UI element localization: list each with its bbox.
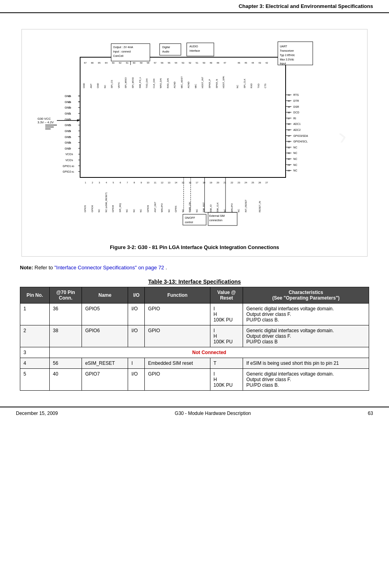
svg-text:66: 66 <box>68 95 71 97</box>
svg-text:GPRS: GPRS <box>175 206 177 212</box>
svg-text:42: 42 <box>265 62 268 64</box>
svg-text:78: 78 <box>70 153 73 156</box>
svg-text:control: control <box>185 221 193 224</box>
svg-text:48: 48 <box>217 62 219 64</box>
svg-text:56: 56 <box>161 62 163 64</box>
svg-text:ADC1: ADC1 <box>294 123 301 125</box>
svg-text:TXD: TXD <box>257 84 260 88</box>
svg-text:45: 45 <box>245 62 247 64</box>
svg-text:21: 21 <box>224 181 226 184</box>
cell-name: GPIO7 <box>82 369 128 391</box>
svg-text:UART: UART <box>280 45 287 48</box>
svg-text:70: 70 <box>68 107 71 109</box>
cell-characteristics: Generic digital interfaces voltage domai… <box>243 325 369 347</box>
svg-text:8: 8 <box>134 181 135 184</box>
svg-text:NC: NC <box>168 209 170 212</box>
svg-text:NC: NC <box>196 209 198 212</box>
svg-text:47: 47 <box>224 62 226 64</box>
svg-text:SPI_MISO: SPI_MISO <box>124 77 127 88</box>
svg-text:46: 46 <box>237 62 240 64</box>
svg-text:AGND: AGND <box>187 82 190 88</box>
svg-text:33: 33 <box>288 140 290 143</box>
svg-text:24: 24 <box>245 181 247 184</box>
svg-text:HDST_INT: HDST_INT <box>201 77 204 88</box>
svg-text:14: 14 <box>175 181 177 184</box>
figure-container: G30 VCC 3.3V – 4.2V Output : 2V 4mA Inpu… <box>21 29 368 257</box>
svg-text:GPIO9: GPIO9 <box>147 205 149 212</box>
svg-text:AGND: AGND <box>173 82 176 88</box>
svg-text:NC: NC <box>236 85 239 88</box>
cell-value: IH100K PU <box>210 304 243 325</box>
svg-text:MIC: MIC <box>194 84 197 88</box>
col-header-characteristics: Characteristics(See "Operating Parameter… <box>243 287 369 304</box>
svg-text:50: 50 <box>202 62 205 64</box>
svg-text:77: 77 <box>68 148 71 150</box>
table-row: 5 40 GPIO7 I/O GPIO IH100K PU Generic di… <box>20 369 369 391</box>
svg-text:SPI_CLK: SPI_CLK <box>243 79 246 88</box>
svg-text:CTS: CTS <box>264 84 266 88</box>
svg-text:15: 15 <box>182 181 184 184</box>
svg-text:41: 41 <box>288 94 290 96</box>
svg-text:28: 28 <box>288 169 290 172</box>
svg-text:NC: NC <box>104 85 106 88</box>
svg-text:NC: NC <box>126 209 128 212</box>
svg-text:SPI_CS: SPI_CS <box>111 80 113 88</box>
svg-text:4: 4 <box>106 181 107 184</box>
svg-text:GND: GND <box>83 83 85 88</box>
svg-text:SPKR_P: SPKR_P <box>208 79 211 88</box>
svg-text:55: 55 <box>168 62 170 64</box>
svg-text:73: 73 <box>68 124 71 127</box>
svg-text:SPI_IRQ: SPI_IRQ <box>119 203 121 212</box>
svg-text:19: 19 <box>210 181 212 184</box>
svg-text:WA0_DAI: WA0_DAI <box>159 78 162 88</box>
table-row: 2 38 GPIO6 I/O GPIO IH100K PU Generic di… <box>20 325 369 347</box>
note-link[interactable]: "Interface Connector Specifications" on … <box>54 265 166 271</box>
figure-caption: Figure 3-2: G30 - 81 Pin LGA Interface Q… <box>26 244 363 250</box>
footer-center: G30 - Module Hardware Description <box>175 411 251 416</box>
svg-text:ANT_DET: ANT_DET <box>154 202 156 212</box>
cell-value: T <box>210 358 243 369</box>
svg-text:67: 67 <box>84 62 86 64</box>
note-suffix: . <box>165 265 167 271</box>
svg-text:52: 52 <box>189 62 191 64</box>
cell-conn: 36 <box>49 304 82 325</box>
svg-text:CLK_DAI: CLK_DAI <box>153 78 155 88</box>
cell-function: GPIO <box>145 325 210 347</box>
svg-text:Digital: Digital <box>162 46 170 49</box>
svg-text:DSR: DSR <box>294 105 299 108</box>
svg-text:3: 3 <box>99 181 100 184</box>
svg-text:ADC2: ADC2 <box>294 129 301 131</box>
svg-text:Transceiver: Transceiver <box>280 49 294 52</box>
svg-text:64: 64 <box>105 62 108 64</box>
cell-pin: 3 <box>20 347 50 358</box>
svg-text:69: 69 <box>68 101 71 103</box>
svg-text:62: 62 <box>119 62 121 64</box>
page-header: Chapter 3: Electrical and Environmental … <box>0 0 389 13</box>
svg-text:16: 16 <box>189 181 191 184</box>
svg-text:VRTC: VRTC <box>118 82 120 88</box>
svg-text:20: 20 <box>217 181 220 184</box>
table-title: Table 3-13: Interface Specifications <box>20 278 369 285</box>
svg-text:7: 7 <box>126 181 128 184</box>
svg-text:connection: connection <box>209 219 222 222</box>
svg-text:60: 60 <box>133 62 136 64</box>
col-header-pin: Pin No. <box>20 287 50 304</box>
svg-text:76: 76 <box>68 142 71 144</box>
svg-text:GPIO5: GPIO5 <box>84 205 86 212</box>
svg-text:DTR: DTR <box>294 99 299 102</box>
svg-text:49: 49 <box>210 62 212 64</box>
cell-not-connected: Not Connected <box>49 347 369 358</box>
cell-pin: 1 <box>20 304 50 325</box>
svg-text:27: 27 <box>265 181 268 184</box>
footer-left: December 15, 2009 <box>16 411 58 416</box>
svg-text:10: 10 <box>147 181 150 184</box>
svg-text:26: 26 <box>259 181 261 184</box>
svg-text:17: 17 <box>196 181 198 184</box>
cell-io: I <box>128 358 145 369</box>
note-label: Note: <box>20 265 33 271</box>
cell-name: GPIO6 <box>82 325 128 347</box>
figure-inner: G30 VCC 3.3V – 4.2V Output : 2V 4mA Inpu… <box>26 33 363 240</box>
svg-text:51: 51 <box>196 62 198 64</box>
svg-text:54: 54 <box>175 62 177 64</box>
svg-text:58: 58 <box>147 62 149 64</box>
